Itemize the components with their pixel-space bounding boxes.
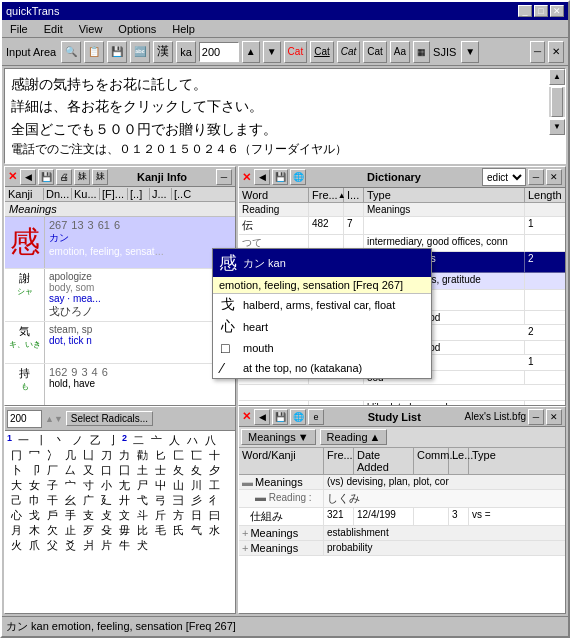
rad-hi2[interactable]: 火 (7, 538, 25, 553)
study-row-shikumi[interactable]: 仕組み 321 12/4/199 3 vs = (239, 508, 565, 526)
menu-file[interactable]: File (6, 22, 32, 36)
study-close-btn[interactable]: ✕ (242, 410, 251, 423)
rad-o[interactable]: 尢 (115, 478, 133, 493)
study-group-meanings-3[interactable]: + Meanings probability (239, 541, 565, 556)
rad-hito[interactable]: 人 (165, 433, 183, 448)
rad-samurai[interactable]: 士 (151, 463, 169, 478)
rad-mu[interactable]: 厶 (61, 463, 79, 478)
rad-bou2[interactable]: 爻 (61, 538, 79, 553)
rad-hako[interactable]: 匚 (169, 448, 187, 463)
dict-row-blank3[interactable] (239, 385, 565, 401)
rad-kei2[interactable]: 彐 (169, 493, 187, 508)
rad-small[interactable]: 小 (97, 478, 115, 493)
rad-chikara[interactable]: 力 (115, 448, 133, 463)
dict-col-freq[interactable]: Fre... ▲ (309, 188, 344, 202)
rad-shuu[interactable]: 殳 (97, 523, 115, 538)
cat-btn-3[interactable]: Cat (337, 41, 361, 63)
kanji-more-btn[interactable]: 妹 (74, 169, 90, 185)
rad-bun[interactable]: 文 (115, 508, 133, 523)
rad-kyo[interactable]: 廾 (115, 493, 133, 508)
rad-hako2[interactable]: 匸 (187, 448, 205, 463)
rad-yo[interactable]: 幺 (61, 493, 79, 508)
study-save-btn[interactable]: 💾 (272, 409, 288, 425)
rad-bou[interactable]: 丨 (32, 433, 50, 448)
rad-u[interactable]: 宀 (61, 478, 79, 493)
rad-kan[interactable]: 凵 (79, 448, 97, 463)
cat-btn-4[interactable]: Cat (363, 41, 387, 63)
rad-tsuki[interactable]: 月 (7, 523, 25, 538)
rad-tomeru[interactable]: 止 (61, 523, 79, 538)
rad-hisashi[interactable]: 匕 (151, 448, 169, 463)
rad-mizu[interactable]: 水 (205, 523, 223, 538)
rad-ku[interactable]: 工 (205, 478, 223, 493)
select-radicals-btn[interactable]: Select Radicals... (66, 411, 153, 426)
rad-tetsu[interactable]: 屮 (151, 478, 169, 493)
zoom-input[interactable] (199, 42, 239, 62)
format-btn[interactable]: ▦ (413, 41, 430, 63)
popup-item-1[interactable]: 戈 halberd, arms, festival car, float (213, 294, 431, 316)
rad-hachi[interactable]: 八 (201, 433, 219, 448)
kanji-min-btn[interactable]: ─ (216, 169, 232, 185)
rad-haば[interactable]: 巾 (25, 493, 43, 508)
dict-col-word[interactable]: Word (239, 188, 309, 202)
rad-chichi[interactable]: 父 (43, 538, 61, 553)
study-col-freq[interactable]: Fre... (324, 448, 354, 474)
kanji-row-sha[interactable]: 謝 シャ apologize body, som say · mea... 戈ひ… (5, 269, 235, 322)
rad-gake[interactable]: 厂 (43, 463, 61, 478)
rad-kurabe[interactable]: 比 (133, 523, 151, 538)
study-group-meanings-2[interactable]: + Meanings establishment (239, 526, 565, 541)
rad-sun[interactable]: 寸 (79, 478, 97, 493)
rad-maki[interactable]: 冂 (7, 448, 25, 463)
aa-btn[interactable]: Aa (390, 41, 410, 63)
kanji-row-ki[interactable]: 気 キ、いき steam, sp dot, tick n (5, 322, 235, 364)
toolbar-x[interactable]: ✕ (548, 41, 564, 63)
kanji-row-mochi[interactable]: 持 も 1629346 hold, have (5, 364, 235, 405)
kanji-back-btn[interactable]: ◀ (20, 169, 36, 185)
maximize-button[interactable]: □ (534, 5, 548, 17)
study-ie-btn[interactable]: e (308, 409, 324, 425)
toolbar-btn-3[interactable]: 💾 (107, 41, 127, 63)
rad-inu[interactable]: 犬 (133, 538, 151, 553)
dict-col-i[interactable]: I... (344, 188, 364, 202)
kanji-print-btn[interactable]: 🖨 (56, 169, 72, 185)
rad-ki[interactable]: 几 (61, 448, 79, 463)
rad-ki3[interactable]: 气 (187, 523, 205, 538)
rad-otsu[interactable]: 乙 (86, 433, 104, 448)
rad-juu[interactable]: 十 (205, 448, 223, 463)
popup-item-4[interactable]: ∕ at the top, no (katakana) (213, 358, 431, 378)
toolbar-minus[interactable]: ─ (530, 41, 545, 63)
rad-tsuchi[interactable]: 土 (133, 463, 151, 478)
rad-gai[interactable]: 歹 (79, 523, 97, 538)
cat-btn-1[interactable]: Cat (284, 41, 308, 63)
study-col-word[interactable]: Word/Kanji (239, 448, 324, 474)
toolbar-btn-kanji[interactable]: 漢 (153, 41, 173, 63)
radicals-input[interactable] (7, 410, 42, 428)
rad-boku[interactable]: 卜 (7, 463, 25, 478)
study-col-le[interactable]: Le... (449, 448, 469, 474)
rad-ho[interactable]: 方 (169, 508, 187, 523)
rad-kata[interactable]: 片 (97, 538, 115, 553)
rad-na[interactable]: 毋 (115, 523, 133, 538)
rad-hi[interactable]: 日 (187, 508, 205, 523)
rad-ni2[interactable]: 冫 (43, 448, 61, 463)
study-col-comm[interactable]: Comm... (414, 448, 449, 474)
rad-yumi[interactable]: 弓 (151, 493, 169, 508)
rad-kei[interactable]: 冖 (25, 448, 43, 463)
kanji-extra-btn[interactable]: 妹 (92, 169, 108, 185)
rad-to2[interactable]: 斗 (133, 508, 151, 523)
kanji-row-kan[interactable]: 感 267133616 カン emotion, feeling, sensat.… (5, 217, 235, 269)
study-x-btn[interactable]: ✕ (546, 409, 562, 425)
sort-reading-btn[interactable]: Reading ▲ (320, 429, 388, 445)
dict-row-liked[interactable]: l liked, to be popular (239, 401, 565, 405)
rad-yu[interactable]: 夕 (205, 463, 223, 478)
kanji-close-btn[interactable]: ✕ (8, 170, 17, 183)
rad-san[interactable]: 彡 (187, 493, 205, 508)
toolbar-btn-1[interactable]: 🔍 (61, 41, 81, 63)
rad-ketsu[interactable]: 欠 (43, 523, 61, 538)
rad-mata[interactable]: 又 (79, 463, 97, 478)
rad-eto[interactable]: 曰 (205, 508, 223, 523)
menu-edit[interactable]: Edit (40, 22, 67, 36)
rad-madare[interactable]: 广 (79, 493, 97, 508)
zoom-up-btn[interactable]: ▲ (242, 41, 260, 63)
menu-help[interactable]: Help (168, 22, 199, 36)
